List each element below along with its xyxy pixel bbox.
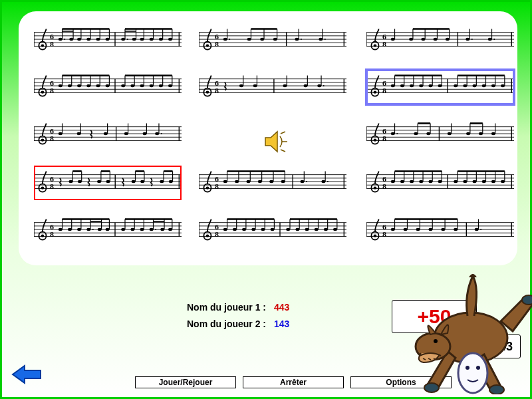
svg-point-65 <box>325 39 326 40</box>
svg-point-76 <box>391 38 395 41</box>
svg-point-32 <box>150 38 154 41</box>
svg-point-358 <box>92 229 94 230</box>
svg-point-200 <box>59 132 63 136</box>
rhythm-snippet[interactable]: 68 <box>366 213 514 248</box>
svg-point-106 <box>68 84 72 88</box>
svg-point-395 <box>242 228 246 231</box>
rhythm-snippet[interactable]: 68 <box>366 23 514 58</box>
svg-point-444 <box>480 229 481 230</box>
svg-point-453 <box>522 295 532 305</box>
rhythm-snippet[interactable]: 68 <box>34 23 182 58</box>
rhythm-snippet[interactable]: 68 <box>199 23 346 58</box>
score-flash-box: +50 <box>392 300 477 333</box>
svg-text:8: 8 <box>215 183 219 192</box>
svg-point-317 <box>410 180 414 184</box>
svg-point-34 <box>159 38 163 41</box>
play-button[interactable]: Jouer/Rejouer <box>135 376 236 388</box>
svg-text:8: 8 <box>215 41 219 49</box>
svg-point-146 <box>283 84 287 88</box>
svg-point-26 <box>127 39 128 40</box>
svg-point-118 <box>121 84 125 88</box>
svg-point-122 <box>140 84 144 88</box>
svg-point-436 <box>441 228 445 231</box>
svg-text:8: 8 <box>382 231 386 239</box>
svg-point-171 <box>428 84 432 88</box>
svg-point-337 <box>501 180 505 184</box>
svg-point-442 <box>475 228 479 231</box>
svg-point-202 <box>77 132 81 136</box>
svg-point-291 <box>269 180 273 184</box>
svg-point-18 <box>96 38 100 41</box>
svg-point-16 <box>86 38 90 41</box>
svg-point-239 <box>491 132 495 136</box>
corner-score-box: 143 <box>485 334 521 358</box>
svg-point-73 <box>374 45 377 47</box>
svg-marker-451 <box>13 366 41 383</box>
corner-score-value: 143 <box>493 340 513 354</box>
svg-point-141 <box>239 84 243 88</box>
svg-point-56 <box>273 38 277 41</box>
svg-point-185 <box>491 84 495 88</box>
player2-label: Nom du joueur 2 : <box>187 319 266 329</box>
svg-point-310 <box>374 187 377 190</box>
back-arrow-icon[interactable] <box>11 364 42 384</box>
svg-point-263 <box>132 180 136 184</box>
speaker-icon[interactable] <box>263 130 291 154</box>
svg-point-399 <box>261 228 265 231</box>
svg-point-415 <box>333 228 337 231</box>
svg-point-112 <box>96 84 100 88</box>
rhythm-snippet[interactable]: 68 <box>199 70 346 104</box>
rhythm-snippet[interactable]: 68 <box>199 213 346 248</box>
svg-point-91 <box>488 38 492 41</box>
svg-point-5 <box>41 45 45 47</box>
svg-point-160 <box>374 91 377 94</box>
svg-point-63 <box>319 38 323 41</box>
svg-point-163 <box>391 84 395 88</box>
svg-point-11 <box>69 38 73 41</box>
rhythm-snippet[interactable]: 68 <box>34 70 182 104</box>
svg-point-101 <box>41 91 45 94</box>
rhythm-snippet[interactable]: 68 <box>34 166 182 200</box>
rhythm-snippet[interactable]: 68 <box>199 166 346 200</box>
rhythm-snippet[interactable]: 68 <box>366 166 514 200</box>
svg-point-455 <box>489 385 504 394</box>
svg-point-352 <box>68 228 72 231</box>
svg-point-391 <box>223 228 227 231</box>
svg-point-327 <box>454 180 458 184</box>
options-button[interactable]: Options <box>350 376 452 388</box>
svg-point-46 <box>206 45 209 47</box>
svg-point-209 <box>143 132 147 136</box>
game-stage: 6868686868686868686868686868 Nom du joue… <box>0 0 532 399</box>
svg-point-375 <box>160 228 164 231</box>
rhythm-snippet[interactable]: 68 <box>366 70 514 104</box>
svg-point-88 <box>466 38 469 41</box>
stop-button[interactable]: Arrêter <box>243 376 344 388</box>
svg-point-177 <box>454 84 458 88</box>
svg-point-235 <box>466 132 470 136</box>
svg-point-62 <box>301 39 302 40</box>
svg-point-354 <box>77 228 81 231</box>
svg-point-249 <box>41 187 45 190</box>
svg-marker-447 <box>265 132 277 152</box>
rhythm-snippet[interactable]: 68 <box>34 118 182 152</box>
rhythm-snippet[interactable]: 68 <box>366 118 514 152</box>
svg-point-432 <box>416 228 420 231</box>
svg-point-10 <box>64 39 65 40</box>
svg-point-104 <box>59 84 63 88</box>
svg-point-335 <box>491 180 495 184</box>
svg-point-438 <box>454 228 458 231</box>
svg-point-120 <box>130 84 134 88</box>
svg-point-265 <box>140 180 144 184</box>
svg-point-148 <box>304 84 308 88</box>
svg-point-315 <box>400 180 404 184</box>
svg-point-430 <box>404 228 408 231</box>
svg-point-150 <box>317 84 321 88</box>
rhythm-snippet[interactable]: 68 <box>34 213 182 248</box>
score-area: Nom du joueur 1 : 443 Nom du joueur 2 : … <box>187 302 289 335</box>
svg-point-370 <box>140 228 144 231</box>
svg-point-204 <box>104 132 108 136</box>
svg-point-24 <box>121 38 125 41</box>
svg-point-224 <box>391 132 395 136</box>
svg-point-167 <box>410 84 414 88</box>
svg-text:8: 8 <box>382 41 386 49</box>
